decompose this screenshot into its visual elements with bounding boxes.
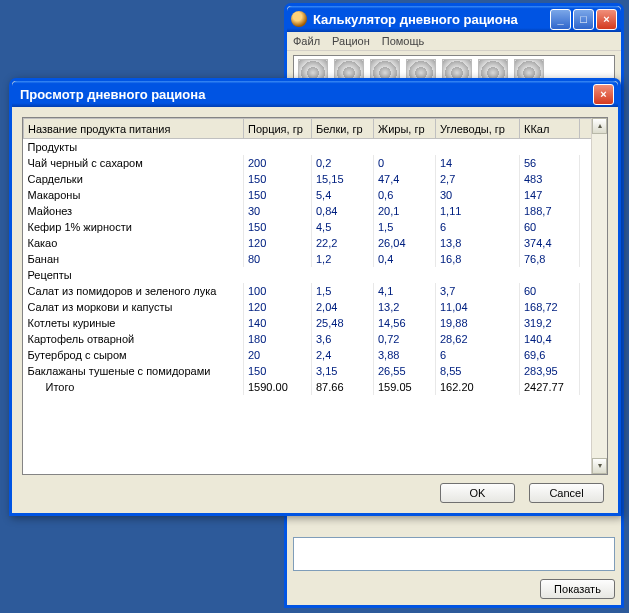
table-row[interactable]: Салат из моркови и капусты1202,0413,211,… xyxy=(24,299,607,315)
show-button[interactable]: Показать xyxy=(540,579,615,599)
menu-file[interactable]: Файл xyxy=(293,35,320,47)
col-kcal[interactable]: ККал xyxy=(520,119,580,139)
minimize-button[interactable]: _ xyxy=(550,9,571,30)
main-bottom-panel: Показать xyxy=(293,537,615,599)
col-portion[interactable]: Порция, гр xyxy=(244,119,312,139)
main-titlebar: Калькулятор дневного рациона _ □ × xyxy=(287,6,621,32)
main-window-title: Калькулятор дневного рациона xyxy=(313,12,548,27)
dialog-title: Просмотр дневного рациона xyxy=(20,87,591,102)
col-fat[interactable]: Жиры, гр xyxy=(374,119,436,139)
table-row[interactable]: Сардельки15015,1547,42,7483 xyxy=(24,171,607,187)
ok-button[interactable]: OK xyxy=(440,483,515,503)
scroll-up-icon[interactable]: ▴ xyxy=(592,118,607,134)
header-row: Название продукта питания Порция, гр Бел… xyxy=(24,119,607,139)
close-button[interactable]: × xyxy=(596,9,617,30)
table-row[interactable]: Какао12022,226,0413,8374,4 xyxy=(24,235,607,251)
table-row[interactable]: Бутерброд с сыром202,43,88669,6 xyxy=(24,347,607,363)
col-protein[interactable]: Белки, гр xyxy=(312,119,374,139)
dialog-titlebar: Просмотр дневного рациона × xyxy=(12,81,618,107)
table-row[interactable]: Картофель отварной1803,60,7228,62140,4 xyxy=(24,331,607,347)
section-row: Продукты xyxy=(24,139,607,155)
table-row[interactable]: Кефир 1% жирности1504,51,5660 xyxy=(24,219,607,235)
table-row[interactable]: Котлеты куриные14025,4814,5619,88319,2 xyxy=(24,315,607,331)
menu-help[interactable]: Помощь xyxy=(382,35,425,47)
table-row[interactable]: Баклажаны тушеные с помидорами1503,1526,… xyxy=(24,363,607,379)
data-grid: Название продукта питания Порция, гр Бел… xyxy=(22,117,608,475)
table-row[interactable]: Макароны1505,40,630147 xyxy=(24,187,607,203)
col-carb[interactable]: Углеводы, гр xyxy=(436,119,520,139)
cancel-button[interactable]: Cancel xyxy=(529,483,604,503)
dialog-button-row: OK Cancel xyxy=(440,483,604,503)
table-row[interactable]: Майонез300,8420,11,11188,7 xyxy=(24,203,607,219)
ration-dialog: Просмотр дневного рациона × Название про… xyxy=(9,78,621,516)
vertical-scrollbar[interactable]: ▴ ▾ xyxy=(591,118,607,474)
scroll-down-icon[interactable]: ▾ xyxy=(592,458,607,474)
notes-textarea[interactable] xyxy=(293,537,615,571)
col-name[interactable]: Название продукта питания xyxy=(24,119,244,139)
main-menubar: Файл Рацион Помощь xyxy=(287,32,621,51)
section-row: Рецепты xyxy=(24,267,607,283)
table-row[interactable]: Банан801,20,416,876,8 xyxy=(24,251,607,267)
menu-ration[interactable]: Рацион xyxy=(332,35,370,47)
totals-row: Итого1590.0087.66159.05162.202427.77 xyxy=(24,379,607,395)
app-icon xyxy=(291,11,307,27)
table-row[interactable]: Чай черный с сахаром2000,201456 xyxy=(24,155,607,171)
maximize-button[interactable]: □ xyxy=(573,9,594,30)
table-row[interactable]: Салат из помидоров и зеленого лука1001,5… xyxy=(24,283,607,299)
dialog-close-button[interactable]: × xyxy=(593,84,614,105)
